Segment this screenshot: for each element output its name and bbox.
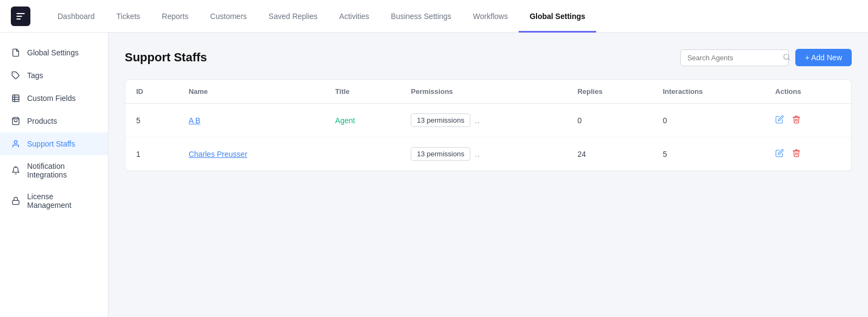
- lock-icon: [11, 196, 21, 206]
- search-input[interactable]: [687, 54, 778, 62]
- topnav-item-customers[interactable]: Customers: [199, 0, 258, 33]
- col-actions: Actions: [764, 80, 851, 104]
- layout: Global Settings Tags Custom Fields: [0, 33, 868, 317]
- topnav-item-dashboard[interactable]: Dashboard: [47, 0, 106, 33]
- delete-button-1[interactable]: [792, 116, 801, 125]
- sidebar: Global Settings Tags Custom Fields: [0, 33, 108, 317]
- cell-interactions-2: 5: [652, 137, 764, 171]
- col-permissions: Permissions: [400, 80, 566, 104]
- table-header-row: ID Name Title Permissions Replies Intera…: [125, 80, 851, 104]
- cell-permissions-1: 13 permissions ..: [400, 104, 566, 137]
- cell-permissions-2: 13 permissions ..: [400, 137, 566, 171]
- cell-interactions-1: 0: [652, 104, 764, 137]
- user-icon: [11, 139, 21, 149]
- permissions-dots-2: ..: [475, 149, 481, 159]
- edit-button-1[interactable]: [775, 116, 786, 125]
- col-replies: Replies: [566, 80, 652, 104]
- sidebar-item-global-settings[interactable]: Global Settings: [0, 41, 108, 64]
- search-box[interactable]: [680, 49, 789, 66]
- cell-id-1: 5: [125, 104, 178, 137]
- col-interactions: Interactions: [652, 80, 764, 104]
- sidebar-label-notification-integrations: Notification Integrations: [27, 162, 97, 179]
- cell-name-2: Charles Preusser: [178, 137, 324, 171]
- sidebar-label-global-settings: Global Settings: [27, 48, 79, 57]
- col-title: Title: [324, 80, 400, 104]
- topnav-item-business-settings[interactable]: Business Settings: [380, 0, 462, 33]
- topnav: Dashboard Tickets Reports Customers Save…: [0, 0, 868, 33]
- sidebar-label-support-staffs: Support Staffs: [27, 140, 75, 148]
- header-right: + Add New: [680, 49, 852, 66]
- staff-table: ID Name Title Permissions Replies Intera…: [125, 80, 851, 170]
- cell-replies-1: 0: [566, 104, 652, 137]
- permissions-button-1[interactable]: 13 permissions: [411, 113, 470, 127]
- page-header: Support Staffs + Add New: [125, 49, 852, 66]
- app-logo: [11, 7, 30, 26]
- sidebar-item-support-staffs[interactable]: Support Staffs: [0, 132, 108, 155]
- sidebar-label-products: Products: [27, 117, 57, 125]
- cell-actions-2: [764, 137, 851, 171]
- add-new-button[interactable]: + Add New: [795, 49, 852, 66]
- svg-rect-8: [12, 200, 19, 204]
- cell-title-1: Agent: [324, 104, 400, 137]
- tag-icon: [11, 71, 21, 80]
- search-icon: [783, 53, 790, 62]
- sidebar-item-license-management[interactable]: License Management: [0, 186, 108, 216]
- topnav-items: Dashboard Tickets Reports Customers Save…: [47, 0, 857, 33]
- topnav-item-tickets[interactable]: Tickets: [106, 0, 151, 33]
- svg-rect-1: [12, 95, 19, 102]
- topnav-item-activities[interactable]: Activities: [328, 0, 380, 33]
- sidebar-item-notification-integrations[interactable]: Notification Integrations: [0, 155, 108, 186]
- topnav-item-global-settings[interactable]: Global Settings: [519, 0, 596, 33]
- col-id: ID: [125, 80, 178, 104]
- cell-id-2: 1: [125, 137, 178, 171]
- permissions-button-2[interactable]: 13 permissions: [411, 147, 470, 161]
- sidebar-label-license-management: License Management: [27, 192, 97, 210]
- table-row: 1 Charles Preusser 13 permissions ..: [125, 137, 851, 171]
- permissions-cell-1: 13 permissions ..: [411, 113, 556, 127]
- page-title: Support Staffs: [125, 50, 207, 65]
- staff-table-container: ID Name Title Permissions Replies Intera…: [125, 79, 852, 171]
- table-icon: [11, 93, 21, 103]
- delete-button-2[interactable]: [792, 150, 801, 159]
- staff-name-link-1[interactable]: A B: [189, 116, 201, 125]
- topnav-item-reports[interactable]: Reports: [151, 0, 199, 33]
- cell-name-1: A B: [178, 104, 324, 137]
- sidebar-item-custom-fields[interactable]: Custom Fields: [0, 87, 108, 110]
- cell-replies-2: 24: [566, 137, 652, 171]
- svg-point-7: [15, 167, 16, 167]
- file-icon: [11, 48, 21, 58]
- permissions-dots-1: ..: [475, 116, 481, 125]
- cell-title-2: [324, 137, 400, 171]
- edit-button-2[interactable]: [775, 150, 786, 159]
- bag-icon: [11, 116, 21, 126]
- topnav-item-workflows[interactable]: Workflows: [462, 0, 519, 33]
- bell-icon: [11, 166, 21, 175]
- col-name: Name: [178, 80, 324, 104]
- main-content: Support Staffs + Add New ID: [108, 33, 868, 317]
- staff-name-link-2[interactable]: Charles Preusser: [189, 150, 247, 158]
- topnav-item-saved-replies[interactable]: Saved Replies: [258, 0, 328, 33]
- cell-actions-1: [764, 104, 851, 137]
- svg-point-6: [14, 141, 17, 143]
- sidebar-item-tags[interactable]: Tags: [0, 64, 108, 87]
- sidebar-label-tags: Tags: [27, 71, 43, 80]
- sidebar-item-products[interactable]: Products: [0, 110, 108, 132]
- table-row: 5 A B Agent 13 permissions ..: [125, 104, 851, 137]
- staff-title-1: Agent: [335, 116, 355, 125]
- sidebar-label-custom-fields: Custom Fields: [27, 94, 75, 103]
- permissions-cell-2: 13 permissions ..: [411, 147, 556, 161]
- svg-line-10: [788, 58, 790, 60]
